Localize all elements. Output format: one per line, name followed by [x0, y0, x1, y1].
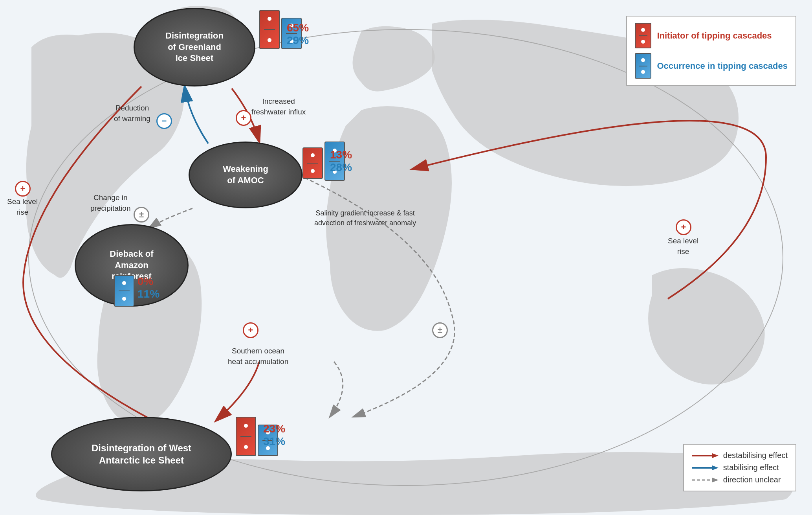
legend-occurrence-label: Occurrence in tipping cascades: [657, 61, 788, 71]
amoc-label: Weakening of AMOC: [223, 164, 268, 186]
sign-sea-level-left: +: [15, 181, 31, 197]
greenland-blue-pct: 29%: [287, 34, 309, 47]
arrow-stabilising-icon: [692, 465, 719, 471]
label-southern-ocean: Southern oceanheat accumulation: [228, 346, 288, 367]
amazon-blue-pct: 11%: [137, 288, 159, 300]
amoc-red-pct: 13%: [330, 149, 352, 161]
sign-precipitation: ±: [134, 207, 149, 223]
sign-reduction-warming: −: [156, 113, 172, 129]
wais-red-pct: 23%: [263, 423, 285, 435]
wais-red-domino: [236, 417, 256, 456]
greenland-red-domino: [259, 10, 280, 49]
label-unclear: direction unclear: [723, 475, 781, 484]
amazon-percentages: 0% 11%: [137, 275, 159, 300]
legend-arrows: destabilising effect stabilising effect …: [683, 444, 796, 491]
greenland-label: Disintegration of Greenland Ice Sheet: [165, 30, 224, 64]
amoc-node: Weakening of AMOC: [189, 142, 302, 208]
svg-marker-10: [712, 478, 719, 482]
greenland-percentages: 65% 29%: [287, 22, 309, 47]
wais-percentages: 23% 31%: [263, 423, 285, 448]
legend-red-domino: [635, 23, 651, 48]
sign-salinity: ±: [432, 322, 448, 338]
sign-sea-level-right: +: [676, 219, 691, 235]
sign-southern-ocean: +: [243, 322, 258, 338]
label-stabilising: stabilising effect: [723, 463, 779, 472]
legend-main: Initiator of tipping cascades Occurrence…: [626, 16, 796, 86]
amazon-blue-domino: [114, 275, 134, 307]
wais-blue-pct: 31%: [263, 435, 285, 448]
label-destabilising: destabilising effect: [723, 451, 788, 460]
amoc-blue-pct: 28%: [330, 161, 352, 174]
legend-blue-domino: [635, 53, 651, 79]
arrow-destabilising-icon: [692, 452, 719, 459]
amazon-dominoes: [114, 275, 134, 307]
amoc-red-domino: [302, 147, 323, 179]
amoc-percentages: 13% 28%: [330, 149, 352, 174]
arrow-unclear-icon: [692, 477, 719, 483]
wais-node: Disintegration of West Antarctic Ice She…: [51, 417, 232, 491]
amazon-red-pct: 0%: [137, 275, 159, 288]
label-reduction-warming: Reductionof warming: [114, 103, 150, 124]
greenland-node: Disintegration of Greenland Ice Sheet: [134, 8, 255, 86]
label-precipitation: Change inprecipitation: [90, 193, 130, 213]
label-salinity: Salinity gradient increase & fastadvecti…: [314, 208, 416, 228]
greenland-red-pct: 65%: [287, 22, 309, 34]
label-freshwater: Increasedfreshwater influx: [251, 96, 306, 117]
svg-marker-6: [712, 453, 719, 458]
wais-label: Disintegration of West Antarctic Ice She…: [92, 442, 191, 466]
label-sea-level-left: Sea levelrise: [7, 197, 38, 217]
sign-freshwater: +: [236, 110, 251, 126]
svg-marker-8: [712, 465, 719, 470]
label-sea-level-right: Sea levelrise: [668, 236, 698, 257]
legend-initiator-label: Initiator of tipping cascades: [657, 31, 772, 41]
